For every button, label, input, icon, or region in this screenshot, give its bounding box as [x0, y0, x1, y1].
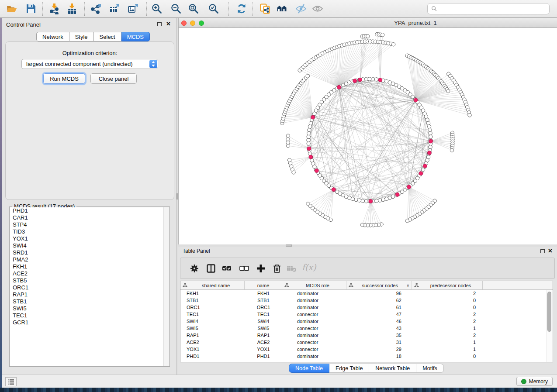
ring-node[interactable] [381, 198, 385, 201]
table-row[interactable]: SWI5SWI5connector431 [180, 325, 553, 332]
ring-node[interactable] [429, 145, 432, 148]
ring-node[interactable] [428, 128, 432, 131]
ring-node[interactable] [357, 199, 361, 202]
table-row[interactable]: ORC1ORC1dominator610 [180, 304, 553, 311]
dominator-node[interactable] [358, 78, 362, 82]
list-scrollbar[interactable] [163, 207, 169, 366]
ring-node[interactable] [308, 125, 311, 128]
mcds-result-item[interactable]: RAP1 [10, 291, 169, 298]
dominator-node[interactable] [414, 98, 418, 102]
table-row[interactable]: ACE2ACE2connector311 [180, 339, 553, 346]
table-cell[interactable]: SWI5 [180, 326, 245, 331]
mcds-result-item[interactable]: PHD1 [10, 207, 169, 214]
ring-node[interactable] [371, 77, 375, 81]
table-cell[interactable]: YOX1 [245, 347, 282, 352]
table-cell[interactable]: 2 [412, 333, 483, 338]
mcds-result-item[interactable]: TID3 [10, 228, 169, 235]
column-header-mcds-role[interactable]: MCDS role [282, 281, 346, 289]
mcds-result-item[interactable]: SRD1 [10, 249, 169, 256]
table-cell[interactable]: 2 [412, 312, 483, 317]
satellite-node[interactable] [286, 141, 290, 144]
table-cell[interactable]: 43 [346, 326, 412, 331]
satellite-node[interactable] [450, 148, 453, 152]
column-header-successor-nodes[interactable]: successor nodes ∨ [346, 281, 412, 289]
ring-node[interactable] [307, 131, 311, 135]
zoom-in-icon[interactable] [151, 3, 163, 14]
tab-motifs[interactable]: Motifs [416, 364, 443, 373]
ring-node[interactable] [354, 198, 358, 201]
table-cell[interactable]: ORC1 [180, 305, 245, 310]
zoom-selected-icon[interactable] [208, 3, 219, 14]
table-cell[interactable]: FKH1 [245, 291, 282, 296]
tab-node-table[interactable]: Node Table [289, 364, 329, 373]
ring-node[interactable] [426, 121, 430, 125]
network-canvas[interactable] [179, 28, 557, 244]
table-cell[interactable]: 35 [346, 333, 412, 338]
table-row[interactable]: YOX1YOX1connector291 [180, 346, 553, 353]
table-cell[interactable]: dominator [282, 333, 346, 338]
satellite-node[interactable] [405, 219, 409, 223]
network-window-titlebar[interactable]: YPA_prune.txt_1 [178, 18, 557, 28]
dominator-node[interactable] [307, 147, 311, 151]
table-cell[interactable]: 1 [412, 326, 483, 331]
dominator-node[interactable] [419, 172, 423, 175]
table-cell[interactable]: RAP1 [180, 333, 245, 338]
ring-node[interactable] [427, 125, 431, 128]
satellite-node[interactable] [446, 89, 450, 93]
table-row[interactable]: SWI4SWI4dominator462 [180, 318, 553, 325]
table-cell[interactable]: 61 [346, 305, 412, 310]
dominator-node[interactable] [311, 115, 315, 119]
column-header-name[interactable]: name [245, 281, 282, 289]
mcds-result-item[interactable]: TEC1 [10, 312, 169, 319]
duplicate-network-icon[interactable] [259, 3, 271, 14]
zoom-out-icon[interactable] [170, 3, 182, 14]
close-panel-icon[interactable]: ✕ [548, 249, 553, 253]
close-panel-button[interactable]: Close panel [90, 73, 137, 84]
table-cell[interactable]: 47 [346, 312, 412, 317]
table-cell[interactable]: SWI4 [180, 319, 245, 324]
ring-node[interactable] [374, 78, 378, 81]
dominator-node[interactable] [309, 155, 313, 159]
satellite-node[interactable] [286, 144, 290, 148]
table-cell[interactable]: FKH1 [180, 291, 245, 296]
mcds-result-item[interactable]: PMA2 [10, 256, 169, 263]
column-header-shared-name[interactable]: shared name [180, 281, 245, 289]
satellite-node[interactable] [360, 223, 364, 227]
dominator-node[interactable] [337, 85, 341, 89]
table-cell[interactable]: 2 [412, 291, 483, 296]
ring-node[interactable] [378, 199, 381, 202]
export-table-icon[interactable] [109, 3, 120, 14]
select-stepper-icon[interactable] [149, 60, 157, 68]
table-cell[interactable]: connector [282, 340, 346, 345]
tab-edge-table[interactable]: Edge Table [329, 364, 369, 373]
table-cell[interactable]: 2 [412, 319, 483, 324]
table-cell[interactable]: 1 [412, 340, 483, 345]
select-all-icon[interactable] [221, 263, 232, 274]
satellite-node[interactable] [306, 74, 309, 78]
mcds-result-item[interactable]: ORC1 [10, 284, 169, 291]
table-cell[interactable]: dominator [282, 319, 346, 324]
tab-network[interactable]: Network [36, 32, 69, 41]
table-cell[interactable]: 0 [412, 354, 483, 359]
table-cell[interactable]: SWI4 [245, 319, 282, 324]
table-cell[interactable]: STB1 [180, 298, 245, 303]
import-table-icon[interactable] [66, 3, 78, 14]
ring-node[interactable] [307, 135, 310, 138]
splitter-handle[interactable] [176, 193, 178, 199]
satellite-node[interactable] [287, 158, 291, 162]
dominator-node[interactable] [429, 139, 432, 143]
mcds-result-item[interactable]: GCR1 [10, 319, 169, 326]
table-cell[interactable]: 0 [412, 298, 483, 303]
show-all-icon[interactable] [312, 3, 323, 14]
table-cell[interactable]: 31 [346, 340, 412, 345]
mcds-result-item[interactable]: YOX1 [10, 235, 169, 242]
window-minimize-icon[interactable] [190, 21, 195, 26]
satellite-node[interactable] [286, 138, 290, 141]
sort-chevron-icon[interactable]: ∨ [406, 283, 409, 288]
export-image-icon[interactable] [128, 3, 139, 14]
mcds-result-item[interactable]: SWI4 [10, 242, 169, 249]
import-network-icon[interactable] [49, 3, 60, 14]
table-cell[interactable]: 46 [346, 319, 412, 324]
memory-button[interactable]: Memory [516, 377, 553, 386]
table-cell[interactable]: PHD1 [245, 354, 282, 359]
